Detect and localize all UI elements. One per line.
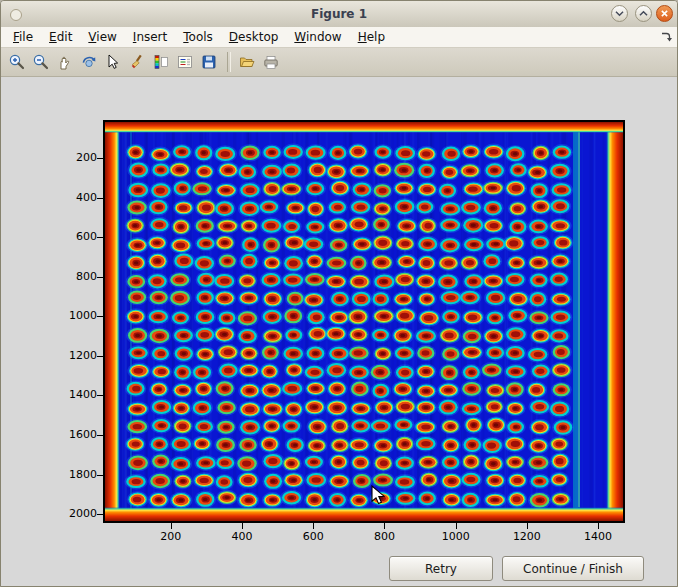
data-cursor-icon bbox=[104, 53, 122, 71]
minimize-button[interactable] bbox=[611, 5, 628, 22]
menu-item-window[interactable]: Window bbox=[286, 29, 349, 45]
menu-item-file[interactable]: File bbox=[5, 29, 41, 45]
x-tick-mark bbox=[384, 523, 385, 529]
brush-icon bbox=[128, 53, 146, 71]
menu-item-insert[interactable]: Insert bbox=[125, 29, 175, 45]
toolbar-zoom-in-button[interactable] bbox=[6, 51, 28, 73]
plot-canvas[interactable] bbox=[103, 120, 625, 523]
close-icon bbox=[657, 6, 672, 21]
toolbar-insert-legend-button[interactable] bbox=[174, 51, 196, 73]
y-tick-label: 800 bbox=[53, 270, 97, 284]
menu-item-desktop[interactable]: Desktop bbox=[221, 29, 287, 45]
menu-item-tools[interactable]: Tools bbox=[175, 29, 221, 45]
x-tick-mark bbox=[242, 523, 243, 529]
x-tick-label: 1200 bbox=[505, 530, 549, 544]
toolbar-pan-button[interactable] bbox=[54, 51, 76, 73]
toolbar-zoom-out-button[interactable] bbox=[30, 51, 52, 73]
continue-finish-button[interactable]: Continue / Finish bbox=[502, 556, 644, 581]
x-tick-label: 600 bbox=[291, 530, 335, 544]
dock-arrow-icon[interactable] bbox=[659, 30, 673, 44]
y-tick-label: 400 bbox=[53, 191, 97, 205]
x-tick-mark bbox=[598, 523, 599, 529]
rotate-3d-icon bbox=[80, 53, 98, 71]
window-title: Figure 1 bbox=[1, 1, 677, 27]
x-tick-label: 1000 bbox=[434, 530, 478, 544]
x-tick-mark bbox=[171, 523, 172, 529]
x-tick-label: 400 bbox=[220, 530, 264, 544]
x-tick-mark bbox=[313, 523, 314, 529]
y-tick-label: 1800 bbox=[53, 468, 97, 482]
pan-icon bbox=[56, 53, 74, 71]
toolbar-print-button[interactable] bbox=[260, 51, 282, 73]
toolbar-insert-colorbar-button[interactable] bbox=[150, 51, 172, 73]
toolbar-brush-button[interactable] bbox=[126, 51, 148, 73]
chevron-up-icon bbox=[636, 6, 651, 21]
toolbar-data-cursor-button[interactable] bbox=[102, 51, 124, 73]
close-button[interactable] bbox=[656, 5, 673, 22]
print-icon bbox=[262, 53, 280, 71]
y-tick-label: 1400 bbox=[53, 388, 97, 402]
y-tick-label: 2000 bbox=[53, 507, 97, 521]
y-tick-label: 200 bbox=[53, 151, 97, 165]
maximize-button[interactable] bbox=[635, 5, 652, 22]
x-tick-mark bbox=[456, 523, 457, 529]
chevron-down-icon bbox=[612, 6, 627, 21]
toolbar-separator bbox=[227, 52, 231, 72]
toolbar-rotate-3d-button[interactable] bbox=[78, 51, 100, 73]
toolbar-save-button[interactable] bbox=[198, 51, 220, 73]
toolbar bbox=[1, 48, 677, 77]
insert-legend-icon bbox=[176, 53, 194, 71]
menu-items: FileEditViewInsertToolsDesktopWindowHelp bbox=[1, 27, 677, 47]
menu-item-edit[interactable]: Edit bbox=[41, 29, 80, 45]
y-tick-label: 1200 bbox=[53, 349, 97, 363]
toolbar-open-button[interactable] bbox=[236, 51, 258, 73]
save-icon bbox=[200, 53, 218, 71]
menu-item-help[interactable]: Help bbox=[350, 29, 393, 45]
menu-item-view[interactable]: View bbox=[80, 29, 124, 45]
zoom-out-icon bbox=[32, 53, 50, 71]
y-tick-label: 1600 bbox=[53, 428, 97, 442]
x-tick-label: 1400 bbox=[576, 530, 620, 544]
x-tick-label: 200 bbox=[149, 530, 193, 544]
menu-bar: FileEditViewInsertToolsDesktopWindowHelp bbox=[1, 27, 677, 48]
open-icon bbox=[238, 53, 256, 71]
figure-client-area: 2004006008001000120014001600180020002004… bbox=[1, 77, 677, 587]
retry-button[interactable]: Retry bbox=[389, 556, 493, 581]
insert-colorbar-icon bbox=[152, 53, 170, 71]
title-bar: Figure 1 bbox=[1, 1, 677, 28]
zoom-in-icon bbox=[8, 53, 26, 71]
y-tick-label: 600 bbox=[53, 230, 97, 244]
y-tick-label: 1000 bbox=[53, 309, 97, 323]
x-tick-mark bbox=[527, 523, 528, 529]
figure-window: Figure 1 FileEditViewInsertToolsDesktopW… bbox=[0, 0, 678, 587]
x-tick-label: 800 bbox=[362, 530, 406, 544]
